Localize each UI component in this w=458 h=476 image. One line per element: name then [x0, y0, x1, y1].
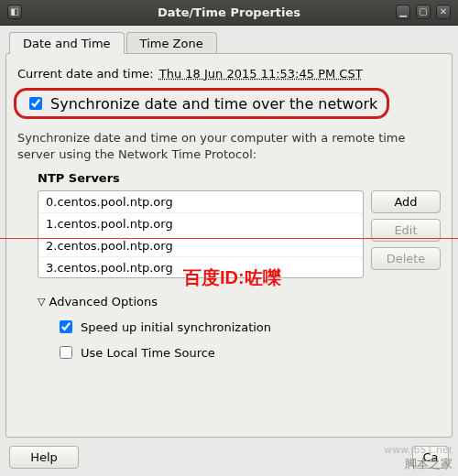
add-button[interactable]: Add	[371, 190, 441, 213]
list-item[interactable]: 1.centos.pool.ntp.org	[38, 213, 363, 235]
ntp-servers-header: NTP Servers	[38, 171, 441, 185]
minimize-button[interactable]: ▁	[396, 5, 410, 19]
speed-up-sync-label: Speed up initial synchronization	[81, 320, 271, 334]
window-title: Date/Time Properties	[158, 5, 300, 19]
tabstrip: Date and Time Time Zone	[5, 31, 453, 53]
advanced-options-label: Advanced Options	[49, 295, 158, 308]
edit-button: Edit	[371, 219, 441, 242]
tab-time-zone[interactable]: Time Zone	[126, 32, 217, 54]
window-menu-icon[interactable]: ◧	[7, 5, 22, 19]
maximize-button[interactable]: ▢	[416, 5, 431, 19]
list-item[interactable]: 0.centos.pool.ntp.org	[38, 191, 363, 213]
advanced-options-expander[interactable]: ▽ Advanced Options	[38, 295, 441, 308]
watermark-url: www.jb51.net	[384, 444, 453, 456]
list-item[interactable]: 2.centos.pool.ntp.org	[38, 235, 363, 257]
help-button[interactable]: Help	[9, 446, 79, 469]
local-time-source-label: Use Local Time Source	[81, 346, 215, 360]
tab-date-and-time[interactable]: Date and Time	[9, 32, 125, 54]
close-button[interactable]: ✕	[436, 5, 451, 19]
current-datetime-row: Current date and time: Thu 18 Jun 2015 1…	[17, 67, 441, 81]
local-time-source-checkbox[interactable]	[60, 346, 72, 359]
chevron-down-icon: ▽	[38, 296, 45, 308]
sync-network-label: Synchronize date and time over the netwo…	[50, 95, 377, 113]
sync-network-highlight: Synchronize date and time over the netwo…	[14, 88, 389, 119]
titlebar: ◧ Date/Time Properties ▁ ▢ ✕	[0, 0, 458, 26]
speed-up-sync-checkbox[interactable]	[60, 320, 72, 333]
sync-network-checkbox[interactable]	[29, 97, 42, 110]
current-datetime-value: Thu 18 Jun 2015 11:53:45 PM CST	[159, 67, 363, 81]
sync-description: Synchronize date and time on your comput…	[17, 130, 441, 162]
tab-panel: Current date and time: Thu 18 Jun 2015 1…	[5, 53, 453, 438]
watermark-site: 脚本之家	[405, 456, 453, 472]
current-datetime-label: Current date and time:	[17, 67, 154, 81]
delete-button: Delete	[371, 247, 441, 270]
annotation-text: 百度ID:咗嚛	[183, 265, 281, 290]
